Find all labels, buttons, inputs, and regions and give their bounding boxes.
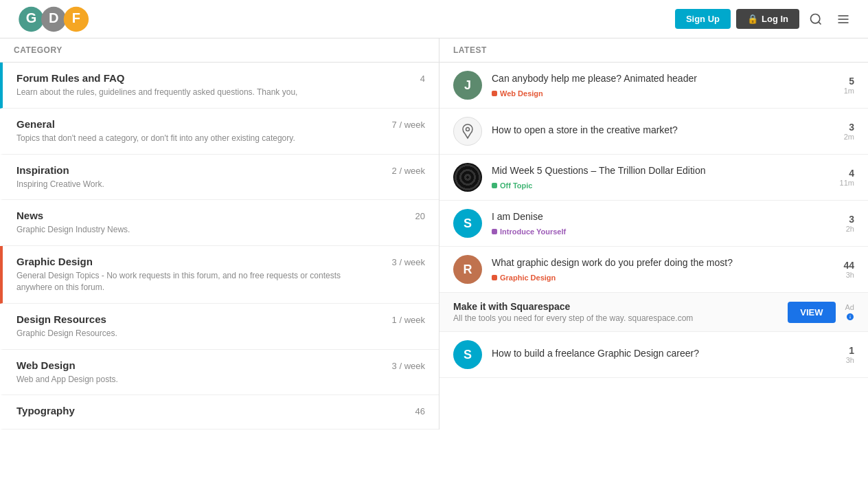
category-info: News Graphic Design Industry News. [16,210,370,236]
category-desc: Learn about the rules, guidelines and fr… [16,87,370,98]
category-desc: Topics that don't need a category, or do… [16,133,370,144]
logo[interactable]: G D F [14,5,96,33]
stat-replies: 1 [827,345,854,356]
topic-title: What graphic design work do you prefer d… [492,256,817,269]
category-count: 1 / week [370,313,425,339]
topic-tag: Introduce Yourself [492,227,566,236]
avatar [453,117,482,146]
topic-row[interactable]: S How to build a freelance Graphic Desig… [439,332,868,378]
category-desc: General Design Topics - No work requests… [16,270,370,293]
avatar [453,163,482,192]
category-info: Typography [16,405,370,419]
ad-badge: Ad [845,303,854,311]
avatar: R [453,255,482,284]
topic-row[interactable]: R What graphic design work do you prefer… [439,247,868,293]
category-name: Design Resources [16,313,370,325]
topic-stats: 3 2h [827,214,854,233]
svg-point-6 [811,14,820,23]
category-name: General [16,118,370,130]
category-row[interactable]: Inspiration Inspiring Creative Work. 2 /… [0,155,439,201]
topic-content: Mid Week 5 Questions – The Trillion Doll… [492,164,817,190]
svg-text:F: F [72,10,80,25]
topic-row[interactable]: Mid Week 5 Questions – The Trillion Doll… [439,155,868,201]
category-count: 20 [370,210,425,236]
topic-title: I am Denise [492,210,817,223]
category-name: News [16,210,370,221]
category-count: 46 [370,405,425,419]
categories-panel: Category Forum Rules and FAQ Learn about… [0,38,439,430]
category-info: Graphic Design General Design Topics - N… [16,256,370,293]
topic-row[interactable]: How to open a store in the creative mark… [439,109,868,155]
main-content: Category Forum Rules and FAQ Learn about… [0,38,868,430]
ad-content: Make it with Squarespace All the tools y… [453,301,778,323]
category-info: Inspiration Inspiring Creative Work. [16,164,370,190]
stat-replies: 3 [827,214,854,225]
category-info: General Topics that don't need a categor… [16,118,370,144]
topic-title: How to build a freelance Graphic Design … [492,347,817,359]
category-desc: Inspiring Creative Work. [16,179,370,190]
category-count: 3 / week [370,256,425,293]
topic-title: Can anybody help me please? Animated hea… [492,72,817,85]
topic-stats: 3 2m [827,122,854,141]
topic-row[interactable]: S I am Denise Introduce Yourself 3 2h [439,201,868,247]
category-row[interactable]: Design Resources Graphic Design Resource… [0,304,439,350]
category-desc: Web and App Design posts. [16,374,370,386]
topic-stats: 4 11m [827,168,854,187]
categories-header: Category [0,38,439,63]
svg-line-7 [819,21,821,24]
topic-row[interactable]: J Can anybody help me please? Animated h… [439,63,868,109]
stat-time: 3h [827,271,854,279]
category-desc: Graphic Design Industry News. [16,224,370,236]
avatar: S [453,209,482,238]
category-count: 4 [370,72,425,98]
category-name: Forum Rules and FAQ [16,72,370,84]
ad-label: Ad [845,303,854,321]
latest-panel: Latest J Can anybody help me please? Ani… [439,38,868,430]
category-name: Graphic Design [16,256,370,267]
category-info: Forum Rules and FAQ Learn about the rule… [16,72,370,98]
topic-content: What graphic design work do you prefer d… [492,256,817,282]
stat-replies: 3 [827,122,854,133]
category-row[interactable]: Forum Rules and FAQ Learn about the rule… [0,63,439,109]
stat-replies: 4 [827,168,854,179]
stat-replies: 5 [827,76,854,87]
avatar: J [453,71,482,100]
avatar: S [453,340,482,369]
svg-text:D: D [49,10,58,25]
category-row[interactable]: Graphic Design General Design Topics - N… [0,246,439,304]
main-header: G D F Sign Up 🔒 Log In [0,0,868,38]
topic-tag: Web Design [492,89,543,98]
svg-text:G: G [26,10,37,25]
topic-stats: 44 3h [827,260,854,279]
ad-view-button[interactable]: VIEW [788,302,835,323]
topic-tag: Graphic Design [492,274,556,282]
topic-stats: 5 1m [827,76,854,95]
ad-title: Make it with Squarespace [453,301,778,312]
lock-icon: 🔒 [747,14,758,24]
login-button[interactable]: 🔒 Log In [736,9,799,29]
stat-time: 3h [827,356,854,364]
topic-title: Mid Week 5 Questions – The Trillion Doll… [492,164,817,177]
category-count: 7 / week [370,118,425,144]
category-name: Typography [16,405,370,416]
category-info: Web Design Web and App Design posts. [16,359,370,386]
topic-content: How to open a store in the creative mark… [492,124,817,139]
category-info: Design Resources Graphic Design Resource… [16,313,370,339]
category-row[interactable]: Typography 46 [0,395,439,430]
topic-content: I am Denise Introduce Yourself [492,210,817,236]
category-name: Inspiration [16,164,370,176]
signup-button[interactable]: Sign Up [675,9,731,29]
latest-header: Latest [439,38,868,63]
stat-replies: 44 [827,260,854,271]
category-row[interactable]: News Graphic Design Industry News. 20 [0,200,439,246]
stat-time: 2h [827,225,854,233]
header-actions: Sign Up 🔒 Log In [675,8,854,30]
category-row[interactable]: General Topics that don't need a categor… [0,109,439,155]
svg-point-11 [466,128,470,131]
category-name: Web Design [16,359,370,371]
search-button[interactable] [805,8,827,30]
topic-tag: Off Topic [492,181,532,190]
menu-button[interactable] [832,8,854,30]
topic-title: How to open a store in the creative mark… [492,124,817,136]
category-row[interactable]: Web Design Web and App Design posts. 3 /… [0,350,439,396]
